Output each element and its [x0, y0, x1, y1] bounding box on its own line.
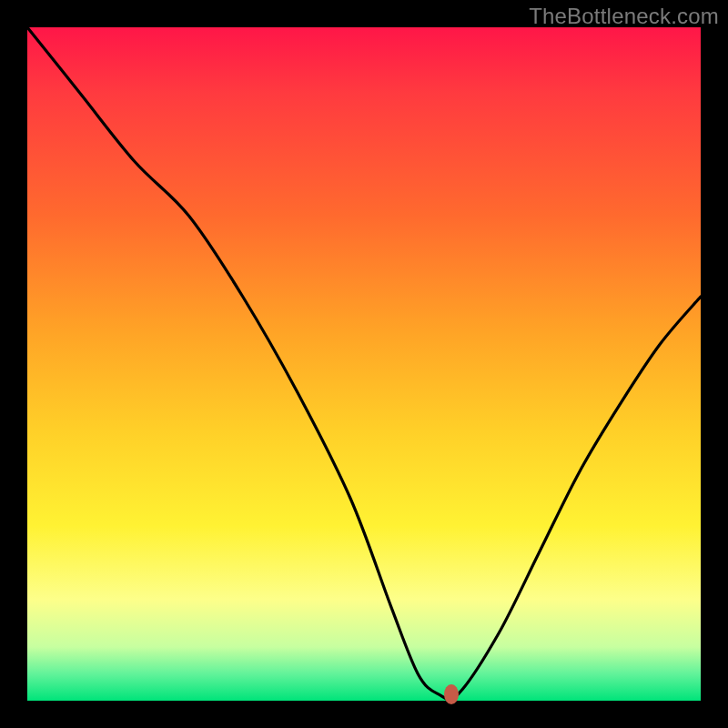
bottleneck-curve	[27, 27, 701, 701]
watermark-text: TheBottleneck.com	[529, 4, 719, 29]
chart-frame: TheBottleneck.com	[0, 0, 728, 728]
plot-area	[27, 27, 701, 701]
curve-path	[27, 27, 701, 699]
minimum-marker	[444, 684, 459, 704]
